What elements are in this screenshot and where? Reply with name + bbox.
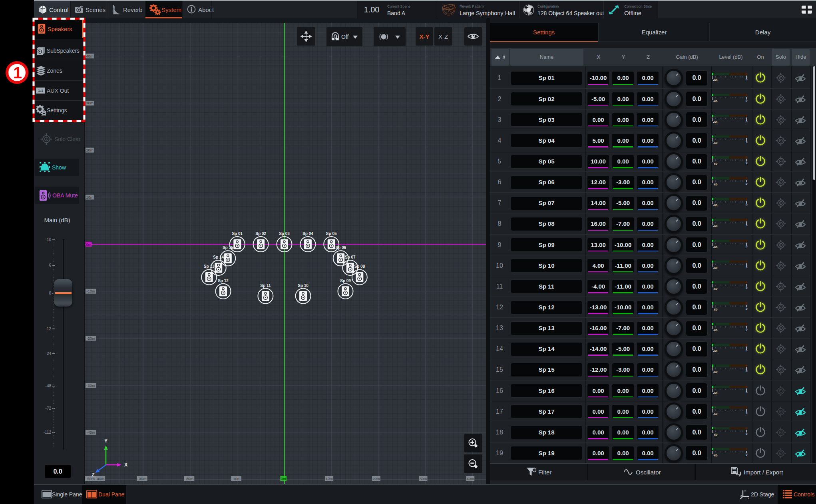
svg-text:-40m: -40m (86, 430, 95, 434)
svg-text:Sp 12: Sp 12 (218, 279, 229, 283)
svg-text:Z: Z (92, 472, 95, 478)
svg-text:Sp 03: Sp 03 (279, 231, 290, 236)
svg-text:Sp 07: Sp 07 (345, 255, 356, 259)
svg-text:Sp 04: Sp 04 (303, 231, 313, 236)
svg-text:Sp 02: Sp 02 (255, 231, 266, 236)
svg-text:X: X (124, 462, 128, 468)
svg-text:Sp 05: Sp 05 (326, 231, 337, 236)
svg-text:20m: 20m (372, 476, 380, 481)
svg-text:Sp 14: Sp 14 (213, 255, 224, 259)
svg-text:40m: 40m (86, 54, 94, 58)
svg-text:x: x (748, 497, 749, 500)
svg-text:-20m: -20m (86, 336, 95, 341)
svg-text:40m: 40m (467, 476, 474, 481)
svg-text:30m: 30m (420, 476, 427, 481)
svg-text:0m: 0m (86, 242, 91, 247)
svg-text:10m: 10m (86, 195, 94, 199)
svg-text:0m: 0m (281, 476, 286, 481)
svg-text:Sp 09: Sp 09 (340, 279, 351, 283)
svg-text:-40m: -40m (96, 476, 104, 481)
svg-text:-10m: -10m (86, 289, 95, 293)
svg-text:Sp 08: Sp 08 (354, 264, 365, 269)
svg-text:Y: Y (744, 490, 746, 493)
svg-text:Sp 10: Sp 10 (298, 283, 308, 288)
svg-text:-30m: -30m (86, 383, 95, 388)
svg-text:-10m: -10m (232, 476, 241, 481)
svg-text:10m: 10m (325, 476, 333, 481)
svg-text:1: 1 (13, 64, 22, 82)
svg-text:20m: 20m (86, 148, 94, 152)
svg-text:Sp 11: Sp 11 (260, 283, 271, 288)
svg-text:Sp 01: Sp 01 (232, 231, 243, 236)
svg-text:-20m: -20m (185, 476, 193, 481)
svg-text:-30m: -30m (138, 476, 147, 481)
svg-text:z: z (740, 494, 742, 497)
svg-text:Y: Y (104, 438, 108, 444)
svg-text:Sp 13: Sp 13 (204, 264, 215, 269)
svg-text:30m: 30m (86, 101, 94, 105)
